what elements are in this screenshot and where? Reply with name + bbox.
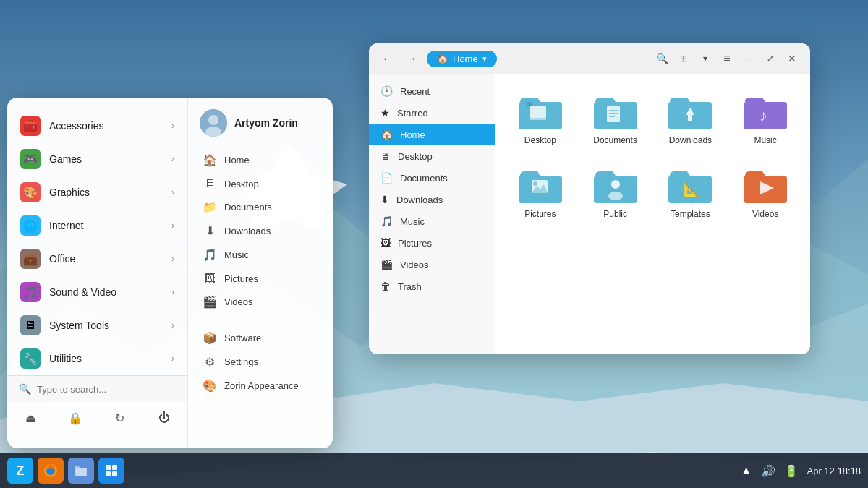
sidebar-item-documents[interactable]: 📄 Documents	[369, 167, 495, 189]
sidebar-label-pictures: Pictures	[398, 238, 432, 249]
taskbar-left: Z	[7, 458, 124, 484]
music-icon: 🎵	[380, 215, 393, 227]
sidebar-item-trash[interactable]: 🗑 Trash	[369, 275, 495, 297]
taskbar-right: ▲ 🔊 🔋 Apr 12 18:18	[741, 464, 861, 478]
folder-music[interactable]: ♪ Music	[732, 86, 799, 151]
folder-videos[interactable]: Videos	[732, 160, 799, 225]
category-office[interactable]: 💼 Office ›	[7, 242, 187, 275]
folder-pictures[interactable]: Pictures	[507, 160, 574, 225]
category-internet[interactable]: 🌐 Internet ›	[7, 209, 187, 242]
svg-text:♪: ♪	[760, 106, 767, 124]
folder-documents[interactable]: Documents	[582, 86, 649, 151]
view-more-button[interactable]: ▾	[696, 49, 715, 68]
category-sound-video[interactable]: 🎵 Sound & Video ›	[7, 275, 187, 309]
maximize-button[interactable]: ⤢	[761, 49, 780, 68]
sidebar-item-downloads[interactable]: ⬇ Downloads	[369, 189, 495, 210]
battery-icon: 🔋	[784, 464, 799, 478]
folder-pictures-icon	[517, 166, 563, 205]
category-games[interactable]: 🎮 Games ›	[7, 142, 187, 176]
folder-grid: Desktop Documents	[495, 74, 810, 354]
back-button[interactable]: ←	[378, 49, 396, 68]
category-accessories[interactable]: 🧰 Accessories ›	[7, 109, 187, 142]
accessories-label: Accessories	[49, 120, 163, 132]
firefox-button[interactable]	[38, 458, 64, 484]
right-panel-documents[interactable]: 📁 Documents	[200, 195, 321, 219]
right-panel-videos[interactable]: 🎬 Videos	[200, 290, 321, 314]
folder-public-label: Public	[603, 209, 627, 219]
files-button[interactable]	[68, 458, 94, 484]
sidebar-item-music[interactable]: 🎵 Music	[369, 210, 495, 232]
folder-downloads[interactable]: Downloads	[658, 86, 724, 151]
svg-rect-9	[530, 106, 546, 118]
file-manager-sidebar: 🕐 Recent ★ Starred 🏠 Home 🖥 Desktop 📄 Do…	[369, 74, 495, 354]
sidebar-item-starred[interactable]: ★ Starred	[369, 102, 495, 124]
sidebar-item-home[interactable]: 🏠 Home	[369, 124, 495, 145]
address-bar[interactable]: 🏠 Home ▾	[427, 51, 497, 67]
right-downloads-icon: ⬇	[203, 224, 217, 238]
action-buttons-row: ⏏ 🔒 ↻ ⏻	[7, 402, 187, 437]
power-button[interactable]: ⏻	[153, 406, 176, 429]
toolbar-tools: 🔍 ⊞ ▾ ≡ ─ ⤢ ✕	[652, 49, 801, 68]
search-button[interactable]: 🔍	[652, 49, 671, 68]
right-documents-label: Documents	[224, 202, 272, 213]
right-music-icon: 🎵	[203, 248, 217, 262]
lock-button[interactable]: 🔒	[64, 406, 87, 429]
internet-arrow: ›	[171, 221, 174, 231]
forward-button[interactable]: →	[402, 49, 421, 68]
right-panel-music[interactable]: 🎵 Music	[200, 243, 321, 267]
sidebar-label-recent: Recent	[400, 86, 430, 97]
search-row: 🔍	[7, 376, 187, 402]
category-utilities[interactable]: 🔧 Utilities ›	[7, 342, 187, 375]
settings-button[interactable]	[98, 458, 124, 484]
sidebar-label-videos: Videos	[400, 260, 429, 270]
recent-icon: 🕐	[380, 85, 393, 97]
category-system-tools[interactable]: 🖥 System Tools ›	[7, 309, 187, 342]
folder-music-icon: ♪	[742, 92, 788, 131]
folder-documents-icon	[592, 92, 639, 131]
minimize-button[interactable]: ─	[739, 49, 758, 68]
folder-public-icon	[592, 166, 639, 205]
internet-label: Internet	[49, 220, 163, 231]
sidebar-label-documents: Documents	[400, 173, 448, 184]
sidebar-item-desktop[interactable]: 🖥 Desktop	[369, 145, 495, 167]
sidebar-item-recent[interactable]: 🕐 Recent	[369, 80, 495, 102]
games-arrow: ›	[171, 154, 174, 164]
refresh-button[interactable]: ↻	[108, 406, 131, 429]
category-graphics[interactable]: 🎨 Graphics ›	[7, 176, 187, 209]
folder-templates-label: Templates	[671, 209, 710, 219]
close-button[interactable]: ✕	[783, 49, 801, 68]
sidebar-item-pictures[interactable]: 🖼 Pictures	[369, 232, 495, 254]
taskbar-date: Apr 12	[807, 466, 835, 476]
volume-icon: 🔊	[761, 464, 775, 478]
internet-icon: 🌐	[20, 215, 41, 236]
svg-text:📐: 📐	[683, 181, 701, 198]
right-panel-settings[interactable]: ⚙ Settings	[200, 350, 321, 374]
right-panel-software[interactable]: 📦 Software	[200, 326, 321, 350]
accessories-arrow: ›	[171, 121, 174, 131]
right-panel-downloads[interactable]: ⬇ Downloads	[200, 219, 321, 243]
taskbar: Z ▲ 🔊 🔋 Apr 12 1	[0, 453, 868, 488]
sidebar-label-starred: Starred	[397, 108, 428, 119]
folder-templates-icon: 📐	[667, 166, 713, 205]
menu-button[interactable]: ≡	[718, 49, 736, 68]
zorin-logo-button[interactable]: Z	[7, 458, 33, 484]
right-panel-pictures[interactable]: 🖼 Pictures	[200, 267, 321, 290]
right-panel-home[interactable]: 🏠 Home	[200, 148, 321, 172]
svg-rect-31	[112, 465, 117, 470]
folder-public[interactable]: Public	[582, 160, 649, 225]
folder-templates[interactable]: 📐 Templates	[658, 160, 724, 225]
user-section: Artyom Zorin	[200, 109, 321, 137]
right-desktop-label: Desktop	[224, 179, 259, 189]
videos-icon: 🎬	[380, 259, 393, 270]
right-settings-icon: ⚙	[203, 355, 217, 369]
right-panel-zorin-appearance[interactable]: 🎨 Zorin Appearance	[200, 374, 321, 398]
system-tools-label: System Tools	[49, 320, 163, 331]
search-input[interactable]	[37, 384, 176, 395]
right-panel-desktop[interactable]: 🖥 Desktop	[200, 172, 321, 195]
right-downloads-label: Downloads	[224, 226, 271, 236]
sidebar-item-videos[interactable]: 🎬 Videos	[369, 254, 495, 275]
logout-button[interactable]: ⏏	[19, 406, 42, 429]
folder-desktop[interactable]: Desktop	[507, 86, 574, 151]
office-arrow: ›	[171, 254, 174, 264]
view-toggle-button[interactable]: ⊞	[674, 49, 693, 68]
